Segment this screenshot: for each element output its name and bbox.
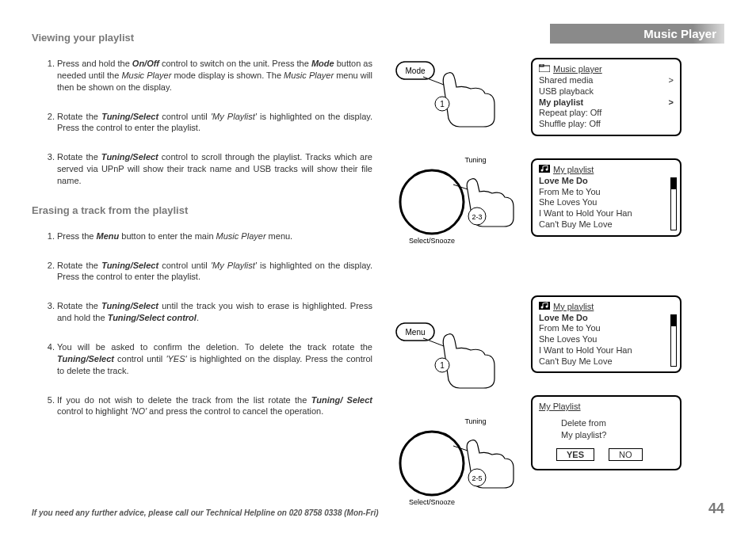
dial-top-label: Tuning bbox=[464, 417, 486, 425]
screen-title: Music player bbox=[553, 64, 674, 74]
list-item: Rotate the Tuning/Select control to scro… bbox=[57, 151, 372, 187]
screens-column: Music player Shared media> USB playback … bbox=[531, 58, 705, 512]
lcd-playlist: My playlist Love Me Do From Me to You Sh… bbox=[531, 158, 682, 237]
svg-point-9 bbox=[400, 432, 464, 495]
helpline-text: If you need any further advice, please c… bbox=[32, 508, 379, 517]
menu-button-illustration: Menu 1 bbox=[388, 319, 515, 392]
menu-item: Shared media bbox=[539, 75, 594, 86]
step-number: 2-5 bbox=[472, 474, 482, 482]
menu-item: USB playback bbox=[539, 86, 594, 97]
menu-item: Shuffle play: Off bbox=[539, 119, 601, 130]
track-item: From Me to You bbox=[539, 323, 601, 334]
screen-title: My playlist bbox=[553, 302, 674, 311]
track-item: Can't Buy Me Love bbox=[539, 219, 613, 230]
step-number: 1 bbox=[440, 100, 445, 109]
list-item: Press the Menu button to enter the main … bbox=[57, 230, 372, 242]
track-item: Can't Buy Me Love bbox=[539, 356, 613, 367]
confirm-text: My playlist? bbox=[561, 430, 606, 440]
svg-line-7 bbox=[423, 338, 444, 346]
chapter-bar: Music Player bbox=[550, 24, 724, 44]
mode-button-illustration: Mode 1 bbox=[388, 58, 515, 131]
yes-option: YES bbox=[556, 448, 594, 461]
page-number: 44 bbox=[708, 501, 724, 517]
no-option: NO bbox=[609, 448, 643, 461]
svg-point-3 bbox=[400, 170, 464, 234]
track-item: I Want to Hold Your Han bbox=[539, 208, 632, 219]
section-title-erasing: Erasing a track from the playlist bbox=[32, 204, 372, 216]
step-number: 2-3 bbox=[472, 213, 482, 221]
track-item-selected: Love Me Do bbox=[539, 313, 588, 324]
dial-bottom-label: Select/Snooze bbox=[409, 237, 455, 245]
viewing-steps-list: Press and hold the On/Off control to swi… bbox=[32, 58, 372, 187]
list-item: Rotate the Tuning/Select control until '… bbox=[57, 260, 372, 284]
lcd-music-player-menu: Music player Shared media> USB playback … bbox=[531, 58, 682, 136]
list-item: Press and hold the On/Off control to swi… bbox=[57, 58, 372, 93]
mode-label: Mode bbox=[405, 67, 425, 75]
list-item: Rotate the Tuning/Select control until '… bbox=[57, 111, 372, 135]
step-number: 1 bbox=[440, 361, 445, 370]
track-item: She Loves You bbox=[539, 197, 597, 208]
dial-top-label: Tuning bbox=[464, 156, 486, 164]
screen-title: My playlist bbox=[553, 165, 674, 174]
scrollbar bbox=[670, 314, 677, 367]
tuning-dial-illustration: Tuning Select/Snooze 2-3 bbox=[388, 154, 515, 251]
page-footer: If you need any further advice, please c… bbox=[32, 501, 724, 517]
list-item: Rotate the Tuning/Select until the track… bbox=[57, 300, 372, 324]
svg-line-1 bbox=[423, 77, 444, 85]
track-item: From Me to You bbox=[539, 187, 601, 198]
erasing-steps-list: Press the Menu button to enter the main … bbox=[32, 230, 372, 417]
menu-item: Repeat play: Off bbox=[539, 108, 601, 119]
track-item: She Loves You bbox=[539, 334, 597, 345]
menu-item-selected: My playlist bbox=[539, 97, 583, 109]
list-item: If you do not wish to delete the track f… bbox=[57, 394, 372, 418]
page-header: Viewing your playlist Music Player bbox=[32, 24, 724, 44]
manual-page: Viewing your playlist Music Player Press… bbox=[0, 0, 756, 533]
lcd-confirm-delete: My Playlist Delete from My playlist? YES… bbox=[531, 395, 682, 470]
note-icon bbox=[539, 165, 550, 174]
note-icon bbox=[539, 302, 550, 311]
list-item: You will be asked to confirm the deletio… bbox=[57, 341, 372, 377]
track-item: I Want to Hold Your Han bbox=[539, 345, 632, 356]
confirm-text: Delete from bbox=[561, 418, 606, 428]
folder-icon bbox=[539, 64, 550, 74]
tuning-dial-illustration: Tuning Select/Snooze 2-5 bbox=[388, 416, 515, 512]
illustrations-column: Mode 1 Tuning Select/Snooze bbox=[380, 58, 523, 512]
instructions-column: Press and hold the On/Off control to swi… bbox=[32, 58, 372, 512]
track-item-selected: Love Me Do bbox=[539, 176, 588, 187]
menu-label: Menu bbox=[405, 328, 425, 337]
scrollbar bbox=[670, 177, 677, 230]
section-title-viewing: Viewing your playlist bbox=[32, 32, 134, 44]
lcd-playlist: My playlist Love Me Do From Me to You Sh… bbox=[531, 295, 682, 374]
screen-title: My Playlist bbox=[539, 402, 674, 411]
